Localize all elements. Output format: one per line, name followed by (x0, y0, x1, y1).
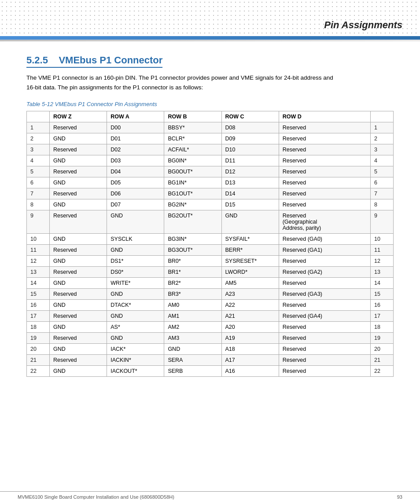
section-heading: VMEbus P1 Connector (59, 55, 162, 66)
table-header-row: ROW Z ROW A ROW B ROW C ROW D (27, 111, 394, 122)
table-cell: GND (50, 234, 107, 245)
table-row: 5ReservedD04BG0OUT*D12Reserved5 (27, 166, 394, 177)
table-cell: BR1* (164, 267, 221, 278)
table-cell: 22 (27, 366, 50, 377)
table-cell: A18 (221, 344, 279, 355)
table-cell: A23 (221, 289, 279, 300)
table-cell: 14 (27, 278, 50, 289)
blue-accent-bar (0, 36, 420, 40)
table-cell: BR2* (164, 278, 221, 289)
table-cell: GND (107, 289, 164, 300)
table-cell: 14 (370, 278, 393, 289)
table-cell: BERR* (221, 245, 279, 256)
table-cell: D12 (221, 166, 279, 177)
table-cell: 17 (370, 311, 393, 322)
table-row: 8GNDD07BG2IN*D15Reserved8 (27, 199, 394, 210)
table-cell: D00 (107, 122, 164, 133)
table-cell: Reserved (50, 122, 107, 133)
table-cell: IACKIN* (107, 355, 164, 366)
table-cell: 7 (27, 188, 50, 199)
table-cell: Reserved (279, 355, 370, 366)
table-cell: BG3OUT* (164, 245, 221, 256)
table-cell: SYSFAIL* (221, 234, 279, 245)
table-cell: GND (50, 344, 107, 355)
table-cell: 2 (27, 133, 50, 144)
table-cell: D07 (107, 199, 164, 210)
table-cell: 11 (370, 245, 393, 256)
table-cell: Reserved (50, 311, 107, 322)
table-cell: BG3IN* (164, 234, 221, 245)
table-cell: GND (50, 366, 107, 377)
table-cell: D05 (107, 177, 164, 188)
col-header-num-right (370, 111, 393, 122)
table-cell: 19 (27, 333, 50, 344)
table-cell: 16 (370, 300, 393, 311)
table-cell: D14 (221, 188, 279, 199)
table-cell: D06 (107, 188, 164, 199)
table-cell: 7 (370, 188, 393, 199)
table-cell: 5 (370, 166, 393, 177)
table-cell: DTACK* (107, 300, 164, 311)
table-cell: 9 (370, 210, 393, 234)
table-cell: WRITE* (107, 278, 164, 289)
table-cell: DS1* (107, 256, 164, 267)
table-row: 17ReservedGNDAM1A21Reserved (GA4)17 (27, 311, 394, 322)
table-row: 1ReservedD00BBSY*D08Reserved1 (27, 122, 394, 133)
table-cell: Reserved (279, 177, 370, 188)
footer-page-number: 93 (397, 494, 402, 500)
table-cell: Reserved (279, 122, 370, 133)
table-cell: GND (50, 133, 107, 144)
table-cell: Reserved (50, 144, 107, 155)
table-row: 15ReservedGNDBR3*A23Reserved (GA3)15 (27, 289, 394, 300)
table-cell: D02 (107, 144, 164, 155)
table-cell: 15 (27, 289, 50, 300)
table-cell: LWORD* (221, 267, 279, 278)
table-cell: 15 (370, 289, 393, 300)
table-cell: Reserved (50, 166, 107, 177)
table-cell: GND (50, 199, 107, 210)
table-cell: BCLR* (164, 133, 221, 144)
section-description: The VME P1 connector is an 160-pin DIN. … (26, 73, 343, 92)
table-cell: 8 (27, 199, 50, 210)
table-cell: GND (50, 278, 107, 289)
table-cell: SERA (164, 355, 221, 366)
table-cell: D13 (221, 177, 279, 188)
table-cell: BR0* (164, 256, 221, 267)
table-cell: SERB (164, 366, 221, 377)
table-cell: GND (50, 256, 107, 267)
table-cell: BR3* (164, 289, 221, 300)
table-cell: BG1OUT* (164, 188, 221, 199)
table-row: 3ReservedD02ACFAIL*D10Reserved3 (27, 144, 394, 155)
col-header-rowd: ROW D (279, 111, 370, 122)
table-cell: Reserved (GA2) (279, 267, 370, 278)
table-cell: Reserved (279, 133, 370, 144)
table-cell: A17 (221, 355, 279, 366)
table-cell: Reserved (GA1) (279, 245, 370, 256)
table-cell: 21 (370, 355, 393, 366)
table-cell: 3 (27, 144, 50, 155)
table-cell: Reserved (50, 289, 107, 300)
col-header-rowb: ROW B (164, 111, 221, 122)
section-number: 5.2.5 (26, 55, 48, 66)
table-cell: BG1IN* (164, 177, 221, 188)
table-cell: 6 (27, 177, 50, 188)
table-row: 9ReservedGNDBG2OUT*GNDReserved (Geograph… (27, 210, 394, 234)
table-cell: GND (107, 210, 164, 234)
table-cell: 8 (370, 199, 393, 210)
table-cell: GND (50, 300, 107, 311)
table-cell: Reserved (279, 300, 370, 311)
table-cell: 1 (370, 122, 393, 133)
table-cell: Reserved (GA4) (279, 311, 370, 322)
table-cell: 5 (27, 166, 50, 177)
table-cell: DS0* (107, 267, 164, 278)
table-cell: 11 (27, 245, 50, 256)
table-cell: BG0IN* (164, 155, 221, 166)
table-cell: Reserved (279, 322, 370, 333)
table-cell: GND (221, 210, 279, 234)
table-row: 13ReservedDS0*BR1*LWORD*Reserved (GA2)13 (27, 267, 394, 278)
table-cell: Reserved (50, 333, 107, 344)
table-cell: 12 (370, 256, 393, 267)
table-row: 12GNDDS1*BR0*SYSRESET*Reserved12 (27, 256, 394, 267)
table-cell: GND (164, 344, 221, 355)
table-cell: A16 (221, 366, 279, 377)
